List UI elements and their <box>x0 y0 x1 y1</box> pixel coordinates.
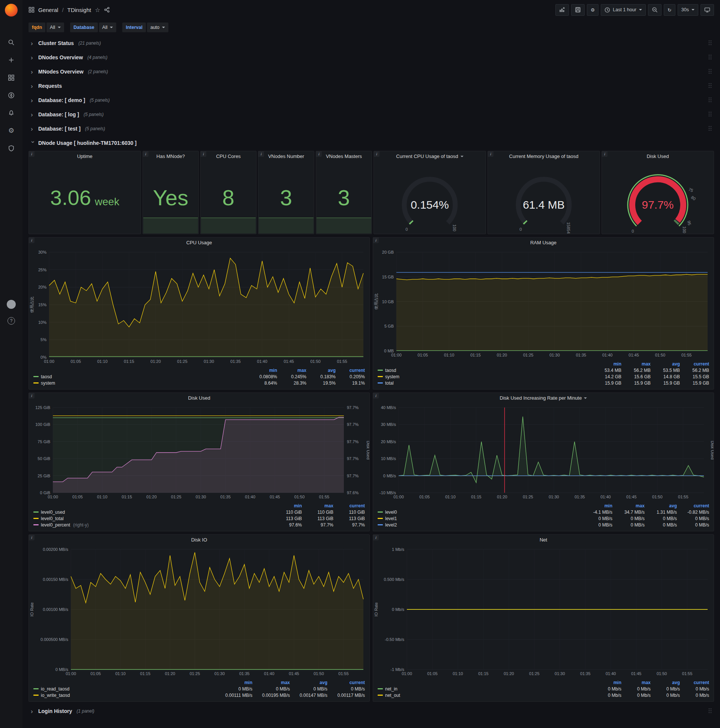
legend-series-toggle[interactable]: level0_used <box>34 509 270 515</box>
chart-plot[interactable]: 0%5%10%15%20%25%30%01:0001:0501:1001:150… <box>29 248 369 366</box>
legend-series-toggle[interactable]: level1 <box>378 516 580 521</box>
legend-sort-min[interactable]: min <box>248 368 277 373</box>
row-requests[interactable]: › Requests <box>29 80 714 92</box>
legend-sort-avg[interactable]: avg <box>290 680 327 685</box>
legend-series-toggle[interactable]: system <box>378 374 592 379</box>
panel-title[interactable]: VNodes Number <box>258 151 314 161</box>
drag-handle-icon[interactable] <box>708 83 712 90</box>
legend-series-toggle[interactable]: level0_percent(right-y) <box>34 522 270 528</box>
drag-handle-icon[interactable] <box>708 708 712 715</box>
legend-series-toggle[interactable]: total <box>378 381 592 386</box>
time-range-picker[interactable]: Last 1 hour <box>601 4 646 16</box>
legend-sort-current[interactable]: current <box>327 680 365 685</box>
drag-handle-icon[interactable] <box>708 54 712 61</box>
cpu-usage-gauge[interactable]: 01000.154% <box>374 161 486 234</box>
help-icon[interactable]: ? <box>6 317 16 325</box>
refresh-interval-picker[interactable]: 30s <box>677 4 698 16</box>
info-icon[interactable]: i <box>29 237 35 243</box>
legend-sort-current[interactable]: current <box>336 368 365 373</box>
legend-series-toggle[interactable]: level2 <box>378 522 580 528</box>
row-database-log[interactable]: › Database: [ log ] (5 panels) <box>29 108 714 121</box>
info-icon[interactable]: i <box>143 151 148 157</box>
legend-sort-current[interactable]: current <box>680 680 709 685</box>
legend-series-toggle[interactable]: taosd <box>34 374 248 379</box>
save-dashboard-button[interactable] <box>571 4 585 16</box>
legend-sort-max[interactable]: max <box>621 361 651 367</box>
chart-plot[interactable]: -1 Mb/s-0.50 Mb/s0 Mb/s0.500 Mb/s1 Mb/s0… <box>373 545 714 678</box>
row-database-test[interactable]: › Database: [ test ] (5 panels) <box>29 122 714 135</box>
info-icon[interactable]: i <box>374 151 380 157</box>
add-panel-button[interactable] <box>555 4 569 16</box>
chart-plot[interactable]: -10 MB/s0 MB/s10 MB/s20 MB/s30 MB/s40 MB… <box>373 403 714 501</box>
info-icon[interactable]: i <box>258 151 264 157</box>
drag-handle-icon[interactable] <box>708 68 712 75</box>
row-cluster-status[interactable]: › Cluster Status (21 panels) <box>29 37 714 49</box>
row-login-history[interactable]: › Login History (1 panel) <box>29 705 714 717</box>
refresh-button[interactable]: ↻ <box>664 4 675 16</box>
drag-handle-icon[interactable] <box>708 97 712 104</box>
legend-sort-min[interactable]: min <box>580 503 612 508</box>
memory-usage-gauge[interactable]: 01585461.4 MB <box>488 161 599 234</box>
configuration-gear-icon[interactable]: ⚙ <box>6 127 16 135</box>
zoom-out-button[interactable] <box>648 4 662 16</box>
legend-series-toggle[interactable]: system <box>34 381 248 386</box>
panel-title[interactable]: VNodes Masters <box>316 151 372 161</box>
info-icon[interactable]: i <box>29 535 35 540</box>
search-icon[interactable] <box>6 38 16 46</box>
legend-sort-current[interactable]: current <box>333 503 365 508</box>
grafana-logo[interactable] <box>5 4 18 17</box>
legend-series-toggle[interactable]: net_in <box>378 686 592 691</box>
variable-value-dropdown[interactable]: auto <box>147 23 168 32</box>
explore-compass-icon[interactable] <box>6 91 16 99</box>
legend-sort-min[interactable]: min <box>215 680 252 685</box>
legend-series-toggle[interactable]: io_read_taosd <box>34 686 215 691</box>
drag-handle-icon[interactable] <box>708 40 712 47</box>
breadcrumb-section[interactable]: General <box>38 7 58 13</box>
legend-sort-min[interactable]: min <box>592 680 621 685</box>
legend-sort-current[interactable]: current <box>677 503 709 508</box>
legend-series-toggle[interactable]: io_write_taosd <box>34 693 215 698</box>
info-icon[interactable]: i <box>29 151 35 157</box>
drag-handle-icon[interactable] <box>708 111 712 118</box>
legend-series-toggle[interactable]: level0 <box>378 509 580 515</box>
info-icon[interactable]: i <box>373 393 379 399</box>
info-icon[interactable]: i <box>373 237 379 243</box>
legend-sort-max[interactable]: max <box>252 680 290 685</box>
row-dnode-usage[interactable]: › DNode Usage [ huolinhe-TM1701:6030 ] <box>29 136 714 149</box>
legend-sort-avg[interactable]: avg <box>645 503 677 508</box>
alerting-bell-icon[interactable] <box>6 109 16 117</box>
panel-title[interactable]: Uptime <box>29 151 140 161</box>
dashboard-settings-button[interactable]: ⚙ <box>587 4 598 16</box>
info-icon[interactable]: i <box>316 151 322 157</box>
panel-title[interactable]: CPU Cores <box>201 151 256 161</box>
drag-handle-icon[interactable] <box>708 125 712 133</box>
legend-sort-min[interactable]: min <box>270 503 302 508</box>
chart-plot[interactable]: 0 GiB25 GiB50 GiB75 GiB100 GiB125 GiB01:… <box>29 403 369 501</box>
legend-series-toggle[interactable]: level0_total <box>34 516 270 521</box>
variable-value-dropdown[interactable]: All <box>99 23 117 32</box>
disk-used-gauge[interactable]: 075809510097.7% <box>602 161 714 234</box>
breadcrumb-title[interactable]: TDinsight <box>67 7 91 13</box>
legend-sort-max[interactable]: max <box>612 503 645 508</box>
avatar[interactable] <box>6 300 16 309</box>
row-mnodes-overview[interactable]: › MNodes Overview (2 panels) <box>29 65 714 78</box>
info-icon[interactable]: i <box>488 151 494 157</box>
legend-sort-avg[interactable]: avg <box>651 680 680 685</box>
legend-sort-max[interactable]: max <box>302 503 333 508</box>
info-icon[interactable]: i <box>29 393 35 399</box>
info-icon[interactable]: i <box>602 151 607 157</box>
legend-sort-avg[interactable]: avg <box>307 368 336 373</box>
variable-value-dropdown[interactable]: All <box>46 23 64 32</box>
panel-title[interactable]: Has MNode? <box>143 151 198 161</box>
legend-sort-max[interactable]: max <box>277 368 307 373</box>
info-icon[interactable]: i <box>201 151 206 157</box>
row-database-demo[interactable]: › Database: [ demo ] (5 panels) <box>29 94 714 107</box>
star-icon[interactable]: ☆ <box>95 6 100 14</box>
dashboards-icon[interactable] <box>6 73 16 82</box>
legend-sort-max[interactable]: max <box>621 680 651 685</box>
tv-mode-button[interactable] <box>700 4 714 16</box>
share-icon[interactable] <box>104 7 110 13</box>
row-dnodes-overview[interactable]: › DNodes Overview (4 panels) <box>29 51 714 64</box>
legend-series-toggle[interactable]: taosd <box>378 368 592 373</box>
create-plus-icon[interactable] <box>6 56 16 64</box>
